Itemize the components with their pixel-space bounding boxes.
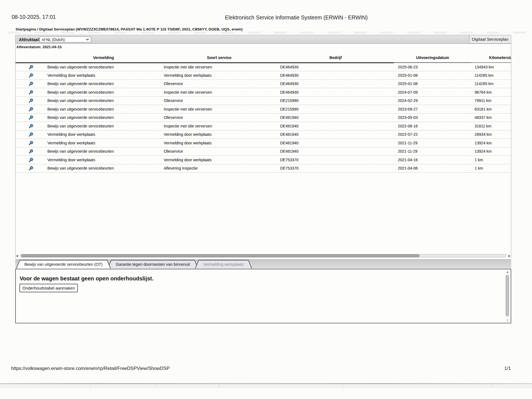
cell-vermelding: Bewijs van uitgevoerde servicebeurten	[46, 147, 161, 156]
cell-soort-service: Vermelding door werkplaats	[161, 156, 277, 164]
cell-bedrijf: DE464930	[277, 63, 394, 71]
column-header-4: Uitvoeringsdatum	[394, 53, 471, 63]
scroll-right-arrow-icon[interactable]	[508, 255, 510, 257]
table-row: Bewijs van uitgevoerde servicebeurten In…	[16, 63, 511, 71]
cell-kilometerstand: 114285 km	[471, 71, 511, 80]
column-header-1: Vermelding	[46, 53, 161, 63]
print-language-select[interactable]: nl-NL (Dutch)	[40, 37, 91, 42]
magnifier-icon[interactable]	[29, 132, 33, 137]
service-history-table: VermeldingSoort serviceBedrijfUitvoering…	[16, 53, 511, 173]
cell-uitvoeringsdatum: 2022-08-16	[394, 122, 471, 131]
scroll-left-arrow-icon[interactable]	[16, 255, 18, 257]
toolbar: Afdruktaal: nl-NL (Dutch) Digitaal Servi…	[16, 35, 511, 44]
magnifier-icon[interactable]	[29, 81, 33, 86]
cell-soort-service: Vermelding door werkplaats	[161, 130, 277, 139]
footer-page-number: 1/1	[504, 366, 511, 371]
table-row: Bewijs van uitgevoerde servicebeurten In…	[16, 105, 511, 114]
row-magnifier-cell	[16, 113, 46, 122]
scan-speck	[272, 385, 272, 387]
vertical-scrollbar[interactable]: ▲ ▽	[505, 270, 510, 322]
cell-uitvoeringsdatum: 2024-07-09	[394, 88, 471, 97]
breadcrumb[interactable]: Startpagina / Digitaal Serviceplan (WVWZ…	[16, 27, 243, 31]
scan-speck	[155, 385, 156, 387]
table-row: Bewijs van uitgevoerde servicebeurten In…	[16, 122, 511, 131]
cell-vermelding: Bewijs van uitgevoerde servicebeurten	[46, 122, 161, 131]
magnifier-icon[interactable]	[29, 115, 33, 120]
cell-soort-service: Aflevering Inspectie	[161, 164, 277, 173]
cell-vermelding: Bewijs van uitgevoerde servicebeurten	[46, 63, 161, 71]
horizontal-scrollbar[interactable]	[16, 254, 511, 258]
tab-3[interactable]: Vermelding werkplaats	[195, 260, 252, 268]
scanned-page: 08-10-2025, 17:01 Elektronisch Service I…	[0, 0, 532, 399]
magnifier-icon[interactable]	[29, 98, 33, 103]
scan-speck	[344, 385, 344, 387]
cell-kilometerstand: 114285 km	[471, 80, 511, 88]
cell-uitvoeringsdatum: 2025-01-08	[394, 71, 471, 80]
maintenance-message: Voor de wagen bestaat geen open onderhou…	[20, 275, 154, 282]
cell-vermelding: Bewijs van uitgevoerde servicebeurten	[46, 88, 161, 97]
maintenance-panel: Voor de wagen bestaat geen open onderhou…	[15, 269, 511, 323]
service-table-body: Bewijs van uitgevoerde servicebeurten In…	[16, 63, 511, 173]
h-scroll-thumb[interactable]	[21, 254, 420, 257]
column-header-5: Kilometerstand	[471, 53, 511, 63]
footer-url: https://volkswagen.erwin-store.com/erwin…	[11, 366, 170, 371]
cell-soort-service: Inspectie met olie verversen	[161, 122, 277, 131]
cell-uitvoeringsdatum: 2021-11-29	[394, 139, 471, 147]
tab-label: Garantie tegen doorroesten van binnenuit	[116, 262, 190, 267]
service-history-table-wrap: VermeldingSoort serviceBedrijfUitvoering…	[16, 53, 511, 183]
cell-uitvoeringsdatum: 2025-06-23	[394, 63, 471, 71]
scan-artifact-band	[0, 384, 532, 388]
scroll-down-arrow-icon[interactable]: ▽	[505, 319, 510, 322]
create-maintenance-table-button[interactable]: Onderhoudstabel aanmaken	[19, 284, 78, 292]
table-row: Bewijs van uitgevoerde servicebeurten Ol…	[16, 96, 511, 105]
magnifier-icon[interactable]	[29, 124, 33, 129]
cell-bedrijf: DE464930	[277, 88, 394, 97]
row-magnifier-cell	[16, 105, 46, 114]
row-magnifier-cell	[16, 80, 46, 88]
cell-soort-service: Vermelding door werkplaats	[161, 139, 277, 147]
magnifier-icon[interactable]	[29, 158, 33, 162]
cell-kilometerstand: 63181 km	[471, 105, 511, 114]
row-magnifier-cell	[16, 130, 46, 139]
cell-kilometerstand: 96764 km	[471, 88, 511, 97]
row-magnifier-cell	[16, 164, 46, 173]
row-magnifier-cell	[16, 156, 46, 164]
cell-kilometerstand: 1 km	[471, 164, 511, 173]
cell-soort-service: Olieservice	[161, 113, 277, 122]
cell-bedrijf: DE481940	[277, 139, 394, 147]
serviceplan-panel: Afdruktaal: nl-NL (Dutch) Digitaal Servi…	[15, 35, 511, 258]
magnifier-icon[interactable]	[29, 107, 33, 112]
cell-uitvoeringsdatum: 2024-02-29	[394, 96, 471, 105]
tab-2[interactable]: Garantie tegen doorroesten van binnenuit	[108, 260, 198, 268]
magnifier-icon[interactable]	[29, 73, 33, 78]
tab-label: Vermelding werkplaats	[203, 262, 244, 267]
cell-soort-service: Inspectie met olie verversen	[161, 105, 277, 114]
cell-vermelding: Vermelding door werkplaats	[46, 130, 161, 139]
delivery-date: Afleverdatum: 2021-04-15	[16, 45, 62, 49]
scroll-up-arrow-icon[interactable]: ▲	[505, 270, 510, 273]
magnifier-icon[interactable]	[29, 141, 33, 145]
magnifier-icon[interactable]	[29, 166, 33, 171]
v-scroll-thumb[interactable]	[506, 275, 509, 316]
cell-uitvoeringsdatum: 2021-04-16	[394, 156, 471, 164]
print-language-label: Afdruktaal:	[19, 37, 40, 42]
cell-bedrijf: DE481940	[277, 122, 394, 131]
magnifier-icon[interactable]	[29, 90, 33, 95]
row-magnifier-cell	[16, 71, 46, 80]
cell-bedrijf: DE481940	[277, 130, 394, 139]
table-row: Vermelding door werkplaats Vermelding do…	[16, 156, 511, 164]
table-row: Vermelding door werkplaats Vermelding do…	[16, 130, 511, 139]
cell-bedrijf: DE753370	[277, 156, 394, 164]
table-row: Vermelding door werkplaats Vermelding do…	[16, 139, 511, 147]
magnifier-icon[interactable]	[29, 65, 33, 70]
cell-bedrijf: DE215990	[277, 96, 394, 105]
cell-bedrijf: DE215990	[277, 105, 394, 114]
cell-uitvoeringsdatum: 2023-05-03	[394, 113, 471, 122]
cell-uitvoeringsdatum: 2021-04-06	[394, 164, 471, 173]
cell-kilometerstand: 1 km	[471, 156, 511, 164]
cell-soort-service: Vermelding door werkplaats	[161, 71, 277, 80]
table-row: Bewijs van uitgevoerde servicebeurten Af…	[16, 164, 511, 173]
print-datetime: 08-10-2025, 17:01	[12, 14, 56, 20]
magnifier-icon[interactable]	[29, 149, 33, 154]
tab-1[interactable]: Bewijs van uitgevoerde servicebeurten (O…	[16, 260, 111, 268]
